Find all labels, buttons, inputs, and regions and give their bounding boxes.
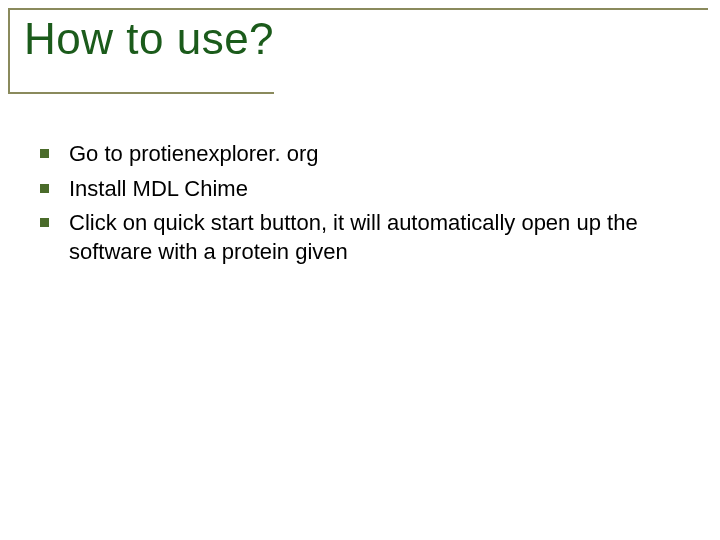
title-frame-left: [8, 8, 10, 92]
slide: How to use? Go to protienexplorer. org I…: [0, 0, 720, 540]
square-bullet-icon: [40, 218, 49, 227]
list-item: Install MDL Chime: [40, 175, 680, 204]
square-bullet-icon: [40, 184, 49, 193]
list-item-text: Click on quick start button, it will aut…: [69, 209, 680, 266]
square-bullet-icon: [40, 149, 49, 158]
slide-body: Go to protienexplorer. org Install MDL C…: [40, 140, 680, 272]
list-item: Go to protienexplorer. org: [40, 140, 680, 169]
title-frame-top: [8, 8, 708, 10]
slide-title: How to use?: [24, 14, 274, 64]
list-item-text: Go to protienexplorer. org: [69, 140, 680, 169]
list-item: Click on quick start button, it will aut…: [40, 209, 680, 266]
list-item-text: Install MDL Chime: [69, 175, 680, 204]
title-frame-bottom: [8, 92, 274, 94]
